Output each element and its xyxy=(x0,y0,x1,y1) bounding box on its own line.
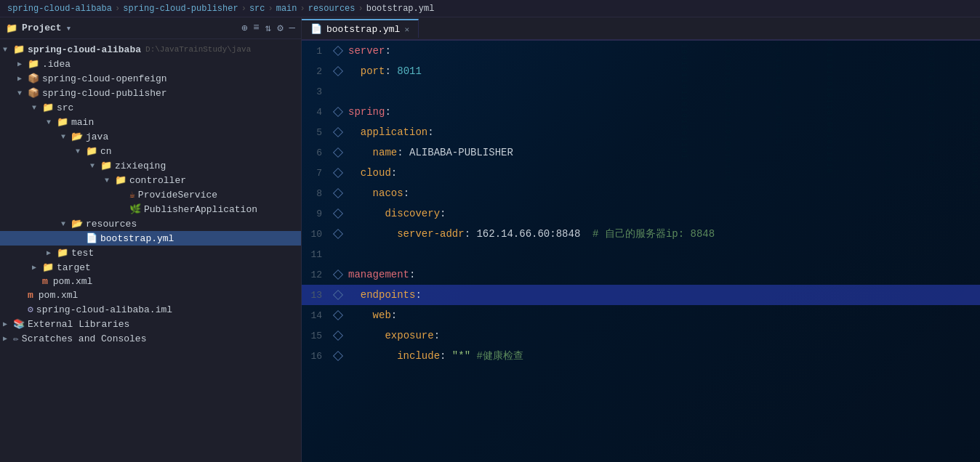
dropdown-icon[interactable]: ▾ xyxy=(66,23,72,34)
expand-arrow: ▼ xyxy=(17,89,26,97)
sidebar-header: 📁 Project ▾ ⊕ ≡ ⇅ ⚙ — xyxy=(0,17,301,39)
flatten-icon[interactable]: ≡ xyxy=(253,22,259,34)
breadcrumb-item-2[interactable]: spring-cloud-publisher xyxy=(123,4,238,14)
tree-item-main[interactable]: ▼ 📁 main xyxy=(0,115,301,129)
token-kw-colon: : xyxy=(385,65,397,77)
gutter-diamond-icon xyxy=(333,229,343,239)
breadcrumb: spring-cloud-alibaba › spring-cloud-publ… xyxy=(0,0,980,17)
expand-arrow: ▶ xyxy=(3,320,12,328)
breadcrumb-item-3[interactable]: src xyxy=(249,4,265,14)
tree-item-openfeign[interactable]: ▶ 📦 spring-cloud-openfeign xyxy=(0,71,301,86)
line-content[interactable]: server-addr: 162.14.66.60:8848 # 自己的服务器i… xyxy=(345,227,980,240)
path-label: D:\JavaTrainStudy\java xyxy=(145,45,251,54)
code-line-11: 11 xyxy=(302,244,980,264)
line-gutter xyxy=(331,47,345,54)
tree-label: test xyxy=(71,248,94,259)
line-content[interactable]: endpoints: xyxy=(345,289,980,301)
tree-item-pom-publisher[interactable]: ▶ m pom.xml xyxy=(0,275,301,288)
tree-label: pom.xml xyxy=(53,276,93,287)
breadcrumb-item-1[interactable]: spring-cloud-alibaba xyxy=(7,4,112,14)
token-kw-key: server xyxy=(348,45,385,57)
line-number: 14 xyxy=(302,310,331,321)
tree-item-idea[interactable]: ▶ 📁 .idea xyxy=(0,57,301,71)
expand-arrow: ▼ xyxy=(90,162,99,170)
line-content[interactable]: web: xyxy=(345,309,980,321)
line-content[interactable]: cloud: xyxy=(345,167,980,179)
line-number: 9 xyxy=(302,208,331,219)
gutter-diamond-icon xyxy=(333,290,343,300)
line-gutter xyxy=(331,230,345,238)
gutter-diamond-icon xyxy=(333,208,343,219)
settings-icon[interactable]: ⚙ xyxy=(277,22,283,34)
tree-item-iml[interactable]: ▶ ⚙ spring-cloud-alibaba.iml xyxy=(0,302,301,317)
tree-item-resources[interactable]: ▼ 📂 resources xyxy=(0,216,301,231)
expand-arrow: ▶ xyxy=(17,74,26,83)
line-content[interactable]: include: "*" #健康检查 xyxy=(345,349,980,362)
tree-item-java[interactable]: ▼ 📂 java xyxy=(0,129,301,144)
tree-item-provideservice[interactable]: ▶ ☕ ProvideService xyxy=(0,187,301,202)
tree-item-target[interactable]: ▶ 📁 target xyxy=(0,260,301,275)
line-gutter xyxy=(331,169,345,177)
tree-item-src[interactable]: ▼ 📁 src xyxy=(0,100,301,115)
tree-item-publisher[interactable]: ▼ 📦 spring-cloud-publisher xyxy=(0,86,301,100)
line-content[interactable]: discovery: xyxy=(345,208,980,219)
line-number: 15 xyxy=(302,331,331,341)
tree-item-spring-cloud-alibaba[interactable]: ▼ 📁 spring-cloud-alibaba D:\JavaTrainStu… xyxy=(0,42,301,57)
folder-icon: 📁 xyxy=(86,145,97,157)
expand-arrow: ▼ xyxy=(105,177,113,185)
breadcrumb-item-4[interactable]: main xyxy=(276,4,297,14)
sort-icon[interactable]: ⇅ xyxy=(265,22,271,34)
module-icon: 📦 xyxy=(28,87,39,99)
folder-icon: 📁 xyxy=(13,44,25,55)
tree-item-scratches[interactable]: ▶ ✏ Scratches and Consoles xyxy=(0,331,301,346)
line-content[interactable]: management: xyxy=(345,269,980,280)
add-icon[interactable]: ⊕ xyxy=(241,22,247,34)
gutter-diamond-icon xyxy=(333,310,343,320)
expand-arrow: ▶ xyxy=(3,334,12,343)
tree-label: spring-cloud-alibaba xyxy=(28,44,141,55)
folder-icon: 📁 xyxy=(42,102,54,113)
line-content[interactable]: server: xyxy=(345,45,980,57)
tree-item-external-libraries[interactable]: ▶ 📚 External Libraries xyxy=(0,317,301,331)
token-kw-colon: : xyxy=(434,330,440,341)
scratches-icon: ✏ xyxy=(13,333,19,344)
token-kw-orange: name xyxy=(373,147,398,158)
tree-item-cn[interactable]: ▼ 📁 cn xyxy=(0,144,301,158)
line-content[interactable]: application: xyxy=(345,126,980,138)
tree-item-publisherapplication[interactable]: ▶ 🌿 PublisherApplication xyxy=(0,202,301,216)
line-content[interactable]: nacos: xyxy=(345,187,980,199)
token-kw-colon: : xyxy=(397,147,409,158)
code-line-7: 7 cloud: xyxy=(302,163,980,183)
spring-icon: 🌿 xyxy=(129,203,141,215)
line-number: 2 xyxy=(302,66,331,77)
token-kw-colon: : xyxy=(440,208,446,219)
token-kw-orange: web xyxy=(373,309,391,321)
line-number: 4 xyxy=(302,107,331,118)
token-kw-colon: : xyxy=(465,228,477,240)
gutter-diamond-icon xyxy=(333,168,343,178)
tree-item-zixieqing[interactable]: ▼ 📁 zixieqing xyxy=(0,158,301,173)
minimize-icon[interactable]: — xyxy=(289,22,295,34)
tree-item-bootstrap-yml[interactable]: ▶ 📄 bootstrap.yml xyxy=(0,231,301,246)
line-gutter xyxy=(331,68,345,75)
line-gutter xyxy=(331,352,345,360)
editor-content-area[interactable]: 10110010110110101001101 0100110100101101… xyxy=(302,41,980,462)
tree-label: cn xyxy=(100,146,112,157)
line-content[interactable]: spring: xyxy=(345,106,980,118)
tree-item-controller[interactable]: ▼ 📁 controller xyxy=(0,173,301,187)
tab-bootstrap-yml[interactable]: 📄 bootstrap.yml ✕ xyxy=(302,19,419,38)
line-number: 16 xyxy=(302,351,331,362)
tree-item-pom-root[interactable]: ▶ m pom.xml xyxy=(0,288,301,302)
line-content[interactable]: name: ALIBABA-PUBLISHER xyxy=(345,147,980,158)
tree-item-test[interactable]: ▶ 📁 test xyxy=(0,246,301,260)
breadcrumb-item-6[interactable]: bootstrap.yml xyxy=(366,4,435,14)
line-content[interactable]: exposure: xyxy=(345,330,980,341)
line-content[interactable]: port: 8011 xyxy=(345,65,980,77)
expand-arrow: ▶ xyxy=(47,248,55,257)
tab-close-button[interactable]: ✕ xyxy=(404,25,409,34)
token-val-num: 8011 xyxy=(397,65,422,77)
line-number: 11 xyxy=(302,249,331,260)
code-line-4: 4spring: xyxy=(302,102,980,122)
breadcrumb-item-5[interactable]: resources xyxy=(308,4,356,14)
expand-arrow: ▼ xyxy=(47,118,55,126)
